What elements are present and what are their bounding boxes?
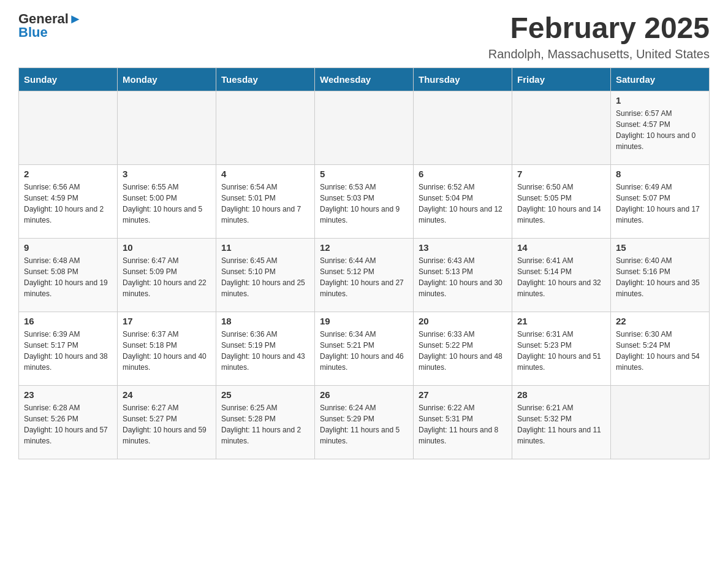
day-number: 28 xyxy=(517,389,605,400)
calendar-cell: 3Sunrise: 6:55 AMSunset: 5:00 PMDaylight… xyxy=(118,164,216,238)
day-number: 25 xyxy=(221,389,309,400)
calendar-cell: 28Sunrise: 6:21 AMSunset: 5:32 PMDayligh… xyxy=(512,385,611,459)
calendar-cell: 27Sunrise: 6:22 AMSunset: 5:31 PMDayligh… xyxy=(414,385,512,459)
calendar-cell: 17Sunrise: 6:37 AMSunset: 5:18 PMDayligh… xyxy=(118,312,216,385)
day-number: 6 xyxy=(419,169,507,179)
day-info: Sunrise: 6:54 AMSunset: 5:01 PMDaylight:… xyxy=(221,182,309,226)
day-info: Sunrise: 6:24 AMSunset: 5:29 PMDaylight:… xyxy=(320,402,408,446)
calendar-cell: 14Sunrise: 6:41 AMSunset: 5:14 PMDayligh… xyxy=(512,238,611,312)
calendar-cell xyxy=(315,91,414,164)
calendar-cell xyxy=(19,91,118,164)
day-number: 7 xyxy=(517,169,605,179)
day-info: Sunrise: 6:53 AMSunset: 5:03 PMDaylight:… xyxy=(320,182,408,226)
day-info: Sunrise: 6:34 AMSunset: 5:21 PMDaylight:… xyxy=(320,329,408,373)
day-number: 14 xyxy=(517,242,605,253)
day-number: 16 xyxy=(24,316,112,326)
calendar-week-row: 2Sunrise: 6:56 AMSunset: 4:59 PMDaylight… xyxy=(19,164,710,238)
calendar-cell: 23Sunrise: 6:28 AMSunset: 5:26 PMDayligh… xyxy=(19,385,118,459)
calendar-header-row: SundayMondayTuesdayWednesdayThursdayFrid… xyxy=(19,67,710,91)
day-number: 24 xyxy=(123,389,211,400)
day-info: Sunrise: 6:25 AMSunset: 5:28 PMDaylight:… xyxy=(221,402,309,446)
calendar-cell xyxy=(118,91,216,164)
calendar-cell: 1Sunrise: 6:57 AMSunset: 4:57 PMDaylight… xyxy=(611,91,710,164)
day-number: 20 xyxy=(419,316,507,326)
day-info: Sunrise: 6:56 AMSunset: 4:59 PMDaylight:… xyxy=(24,182,112,226)
day-info: Sunrise: 6:33 AMSunset: 5:22 PMDaylight:… xyxy=(419,329,507,373)
day-info: Sunrise: 6:28 AMSunset: 5:26 PMDaylight:… xyxy=(24,402,112,446)
weekday-header-tuesday: Tuesday xyxy=(216,67,315,91)
day-info: Sunrise: 6:45 AMSunset: 5:10 PMDaylight:… xyxy=(221,255,309,299)
calendar-cell: 8Sunrise: 6:49 AMSunset: 5:07 PMDaylight… xyxy=(611,164,710,238)
day-info: Sunrise: 6:47 AMSunset: 5:09 PMDaylight:… xyxy=(123,255,211,299)
day-number: 15 xyxy=(616,242,704,253)
calendar-cell: 7Sunrise: 6:50 AMSunset: 5:05 PMDaylight… xyxy=(512,164,611,238)
day-number: 3 xyxy=(123,169,211,179)
day-info: Sunrise: 6:31 AMSunset: 5:23 PMDaylight:… xyxy=(517,329,605,373)
day-info: Sunrise: 6:57 AMSunset: 4:57 PMDaylight:… xyxy=(616,108,704,152)
calendar-week-row: 23Sunrise: 6:28 AMSunset: 5:26 PMDayligh… xyxy=(19,385,710,459)
day-number: 9 xyxy=(24,242,112,253)
day-number: 19 xyxy=(320,316,408,326)
month-title: February 2025 xyxy=(488,12,710,45)
day-info: Sunrise: 6:41 AMSunset: 5:14 PMDaylight:… xyxy=(517,255,605,299)
day-number: 17 xyxy=(123,316,211,326)
day-info: Sunrise: 6:36 AMSunset: 5:19 PMDaylight:… xyxy=(221,329,309,373)
calendar-cell: 25Sunrise: 6:25 AMSunset: 5:28 PMDayligh… xyxy=(216,385,315,459)
calendar-cell: 22Sunrise: 6:30 AMSunset: 5:24 PMDayligh… xyxy=(611,312,710,385)
day-number: 12 xyxy=(320,242,408,253)
calendar-cell xyxy=(512,91,611,164)
day-info: Sunrise: 6:44 AMSunset: 5:12 PMDaylight:… xyxy=(320,255,408,299)
day-info: Sunrise: 6:43 AMSunset: 5:13 PMDaylight:… xyxy=(419,255,507,299)
day-number: 21 xyxy=(517,316,605,326)
calendar-cell: 19Sunrise: 6:34 AMSunset: 5:21 PMDayligh… xyxy=(315,312,414,385)
calendar-week-row: 16Sunrise: 6:39 AMSunset: 5:17 PMDayligh… xyxy=(19,312,710,385)
day-info: Sunrise: 6:39 AMSunset: 5:17 PMDaylight:… xyxy=(24,329,112,373)
calendar-cell: 2Sunrise: 6:56 AMSunset: 4:59 PMDaylight… xyxy=(19,164,118,238)
calendar-cell: 5Sunrise: 6:53 AMSunset: 5:03 PMDaylight… xyxy=(315,164,414,238)
day-number: 2 xyxy=(24,169,112,179)
calendar-cell xyxy=(414,91,512,164)
day-info: Sunrise: 6:27 AMSunset: 5:27 PMDaylight:… xyxy=(123,402,211,446)
weekday-header-monday: Monday xyxy=(118,67,216,91)
calendar-week-row: 1Sunrise: 6:57 AMSunset: 4:57 PMDaylight… xyxy=(19,91,710,164)
weekday-header-wednesday: Wednesday xyxy=(315,67,414,91)
calendar-cell: 11Sunrise: 6:45 AMSunset: 5:10 PMDayligh… xyxy=(216,238,315,312)
calendar-cell: 24Sunrise: 6:27 AMSunset: 5:27 PMDayligh… xyxy=(118,385,216,459)
calendar-cell xyxy=(216,91,315,164)
page-header: General► Blue February 2025 Randolph, Ma… xyxy=(18,12,710,61)
calendar-cell: 26Sunrise: 6:24 AMSunset: 5:29 PMDayligh… xyxy=(315,385,414,459)
logo: General► Blue xyxy=(18,12,82,40)
calendar-cell xyxy=(611,385,710,459)
title-area: February 2025 Randolph, Massachusetts, U… xyxy=(488,12,710,61)
calendar-cell: 13Sunrise: 6:43 AMSunset: 5:13 PMDayligh… xyxy=(414,238,512,312)
day-number: 4 xyxy=(221,169,309,179)
day-number: 22 xyxy=(616,316,704,326)
day-number: 27 xyxy=(419,389,507,400)
day-number: 10 xyxy=(123,242,211,253)
calendar-cell: 4Sunrise: 6:54 AMSunset: 5:01 PMDaylight… xyxy=(216,164,315,238)
calendar-cell: 16Sunrise: 6:39 AMSunset: 5:17 PMDayligh… xyxy=(19,312,118,385)
day-number: 8 xyxy=(616,169,704,179)
day-number: 18 xyxy=(221,316,309,326)
day-info: Sunrise: 6:52 AMSunset: 5:04 PMDaylight:… xyxy=(419,182,507,226)
weekday-header-saturday: Saturday xyxy=(611,67,710,91)
calendar-cell: 20Sunrise: 6:33 AMSunset: 5:22 PMDayligh… xyxy=(414,312,512,385)
day-info: Sunrise: 6:21 AMSunset: 5:32 PMDaylight:… xyxy=(517,402,605,446)
day-info: Sunrise: 6:49 AMSunset: 5:07 PMDaylight:… xyxy=(616,182,704,226)
logo-general-text: General► xyxy=(18,12,82,26)
day-info: Sunrise: 6:37 AMSunset: 5:18 PMDaylight:… xyxy=(123,329,211,373)
day-number: 13 xyxy=(419,242,507,253)
calendar-cell: 6Sunrise: 6:52 AMSunset: 5:04 PMDaylight… xyxy=(414,164,512,238)
weekday-header-friday: Friday xyxy=(512,67,611,91)
day-number: 11 xyxy=(221,242,309,253)
calendar-table: SundayMondayTuesdayWednesdayThursdayFrid… xyxy=(18,67,710,459)
day-number: 23 xyxy=(24,389,112,400)
calendar-cell: 18Sunrise: 6:36 AMSunset: 5:19 PMDayligh… xyxy=(216,312,315,385)
day-info: Sunrise: 6:30 AMSunset: 5:24 PMDaylight:… xyxy=(616,329,704,373)
calendar-cell: 21Sunrise: 6:31 AMSunset: 5:23 PMDayligh… xyxy=(512,312,611,385)
calendar-cell: 12Sunrise: 6:44 AMSunset: 5:12 PMDayligh… xyxy=(315,238,414,312)
calendar-week-row: 9Sunrise: 6:48 AMSunset: 5:08 PMDaylight… xyxy=(19,238,710,312)
day-number: 26 xyxy=(320,389,408,400)
weekday-header-sunday: Sunday xyxy=(19,67,118,91)
day-info: Sunrise: 6:22 AMSunset: 5:31 PMDaylight:… xyxy=(419,402,507,446)
